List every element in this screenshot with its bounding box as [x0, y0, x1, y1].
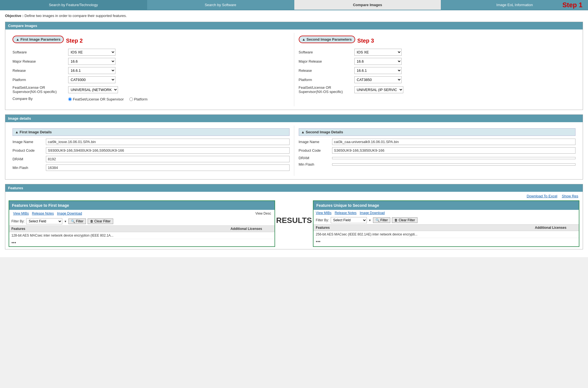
second-featset-label: FeatSet/License OR Supervisor(NX-OS spec…	[299, 85, 354, 94]
second-min-flash	[332, 163, 576, 166]
second-featset-row: FeatSet/License OR Supervisor(NX-OS spec…	[299, 85, 576, 94]
objective-prefix: Objective :	[5, 14, 23, 18]
first-featset-label: FeatSet/License OR Supervisor(NX-OS spec…	[13, 85, 68, 94]
second-software-label: Software	[299, 50, 354, 54]
second-features-links: View MIBs Release Notes Image Download	[313, 210, 579, 216]
results-label: RESULTS	[276, 216, 312, 225]
second-filter-btn[interactable]: 🔍 Filter	[373, 217, 391, 223]
first-image-subheader: ▲ First Image Parameters	[13, 36, 64, 43]
second-release-label: Release	[299, 68, 354, 73]
second-clear-filter-btn[interactable]: 🗑 Clear Filter	[392, 217, 417, 223]
second-software-select[interactable]: IOS XE	[354, 49, 402, 56]
second-platform-select[interactable]: CAT3850	[354, 76, 402, 83]
second-feature-text: 256-bit AES MACsec (IEEE 802.1AE) inter …	[316, 232, 535, 236]
first-product-code: S9300UK9-166,S9400UK9-166,S9500UK9-166	[46, 147, 290, 154]
second-filter-select[interactable]: Select Field	[331, 217, 367, 223]
first-software-label: Software	[13, 50, 68, 54]
first-clear-icon: 🗑	[90, 219, 93, 223]
first-featset-row: FeatSet/License OR Supervisor(NX-OS spec…	[13, 85, 290, 94]
second-major-select[interactable]: 16.6	[354, 58, 402, 65]
first-release-label: Release	[13, 68, 68, 73]
second-filter-label: Filter By:	[316, 218, 329, 222]
second-release-select[interactable]: 16.6.1	[354, 67, 402, 74]
first-major-release-row: Major Release 16.6	[13, 58, 290, 65]
first-major-select[interactable]: 16.6	[68, 58, 115, 65]
first-image-params: ▲ First Image Parameters Step 2 Software…	[8, 33, 294, 106]
radio-featset[interactable]: FeatSet/License OR Supervisor	[68, 97, 124, 101]
first-filter-label: Filter By:	[11, 219, 24, 223]
image-details-panel: Image details ▲ First Image Details Imag…	[5, 114, 583, 180]
first-image-name: cat9k_iosxe.16.06.01.SPA.bin	[46, 139, 290, 145]
second-ellipsis: •••	[313, 238, 579, 245]
first-image-download[interactable]: Image Download	[57, 212, 82, 215]
second-filter-dropdown-icon: ▼	[369, 219, 371, 222]
features-toolbar: Download To Excel Show Res	[8, 193, 580, 199]
step3-label: Step 3	[357, 38, 374, 44]
nav-search-software[interactable]: Search by Software	[147, 0, 294, 10]
show-results-btn[interactable]: Show Res	[562, 194, 578, 198]
first-details-subheader: ▲ First Image Details	[13, 128, 290, 136]
first-dram-row: DRAM 8192	[13, 156, 290, 162]
nav-bar: Search by Feature/Technology Search by S…	[0, 0, 588, 10]
step1-label: Step 1	[562, 1, 582, 9]
second-features-col: Features Unique to Second Image View MIB…	[313, 200, 579, 247]
second-minflash-row: Min Flash	[299, 162, 576, 166]
second-image-subheader: ▲ Second Image Parameters	[299, 36, 355, 43]
objective-text: Define two images in order to compare th…	[24, 14, 127, 18]
second-dram	[332, 157, 576, 159]
first-view-desc: View Desc	[255, 212, 273, 215]
features-panel: Features Download To Excel Show Res Feat…	[5, 184, 583, 249]
results-center-area: RESULTS	[276, 199, 312, 248]
first-release-select[interactable]: 16.6.1	[68, 67, 115, 74]
first-minflash-row: Min Flash 16384	[13, 164, 290, 171]
features-columns-container: Features Unique to First Image View MIBs…	[8, 199, 580, 248]
first-filter-select[interactable]: Select Field	[26, 218, 62, 224]
second-image-name-row: Image Name cat3k_caa-universalk9.16.06.0…	[299, 139, 576, 145]
second-image-download[interactable]: Image Download	[360, 211, 385, 215]
first-platform-label: Platform	[13, 78, 68, 82]
second-filter-row: Filter By: Select Field ▼ 🔍 Filter 🗑 Cle…	[313, 216, 579, 224]
first-platform-select[interactable]: CAT9300	[68, 76, 115, 83]
second-view-mibs[interactable]: View MIBs	[316, 211, 331, 215]
radio-platform[interactable]: Platform	[129, 97, 147, 101]
second-image-name: cat3k_caa-universalk9.16.06.01.SPA.bin	[332, 139, 576, 145]
second-clear-icon: 🗑	[394, 218, 398, 222]
first-software-select[interactable]: IOS XE	[68, 49, 115, 56]
first-featset-select[interactable]: UNIVERSAL (NETWORK	[68, 86, 118, 93]
nav-search-feature[interactable]: Search by Feature/Technology	[0, 0, 147, 10]
first-features-header: Features Unique to First Image	[9, 201, 275, 210]
second-platform-row: Platform CAT3850	[299, 76, 576, 83]
second-release-notes[interactable]: Release Notes	[335, 211, 357, 215]
first-table-header: Features Additional Licenses	[9, 225, 275, 232]
step2-label: Step 2	[66, 38, 83, 44]
first-min-flash: 16384	[46, 164, 290, 171]
first-feature-text: 128-bit AES MACsec inter network device …	[11, 234, 231, 237]
second-major-label: Major Release	[299, 59, 354, 63]
first-features-links: View MIBs Release Notes Image Download	[11, 210, 87, 217]
first-feature-license	[231, 234, 272, 237]
second-image-details: ▲ Second Image Details Image Name cat3k_…	[294, 126, 580, 176]
first-filter-dropdown-icon: ▼	[64, 220, 67, 223]
second-software-row: Software IOS XE	[299, 49, 576, 56]
download-excel-btn[interactable]: Download To Excel	[527, 194, 557, 198]
first-view-mibs[interactable]: View MIBs	[13, 212, 29, 215]
first-platform-row: Platform CAT9300	[13, 76, 290, 83]
first-filter-btn[interactable]: 🔍 Filter	[68, 218, 86, 224]
first-image-name-row: Image Name cat9k_iosxe.16.06.01.SPA.bin	[13, 139, 290, 145]
second-features-header: Features Unique to Second Image	[313, 201, 579, 210]
second-major-release-row: Major Release 16.6	[299, 58, 576, 65]
first-filter-icon: 🔍	[71, 219, 75, 223]
first-clear-filter-btn[interactable]: 🗑 Clear Filter	[88, 218, 113, 224]
first-release-notes[interactable]: Release Notes	[32, 212, 54, 215]
image-details-header: Image details	[5, 115, 583, 122]
first-filter-row: Filter By: Select Field ▼ 🔍 Filter 🗑 Cle…	[9, 217, 275, 225]
second-table-header: Features Additional Licenses	[313, 224, 579, 231]
compare-by-label: Compare By	[13, 97, 68, 101]
second-featset-select[interactable]: UNIVERSAL (IP SERVIC	[354, 86, 403, 93]
second-dram-row: DRAM	[299, 156, 576, 160]
features-header: Features	[5, 184, 583, 192]
nav-compare-images[interactable]: Compare Images	[294, 0, 441, 10]
second-product-code-row: Product Code S3650UK9-166,S3850UK9-166	[299, 147, 576, 154]
second-details-subheader: ▲ Second Image Details	[299, 128, 576, 136]
first-dram: 8192	[46, 156, 290, 162]
